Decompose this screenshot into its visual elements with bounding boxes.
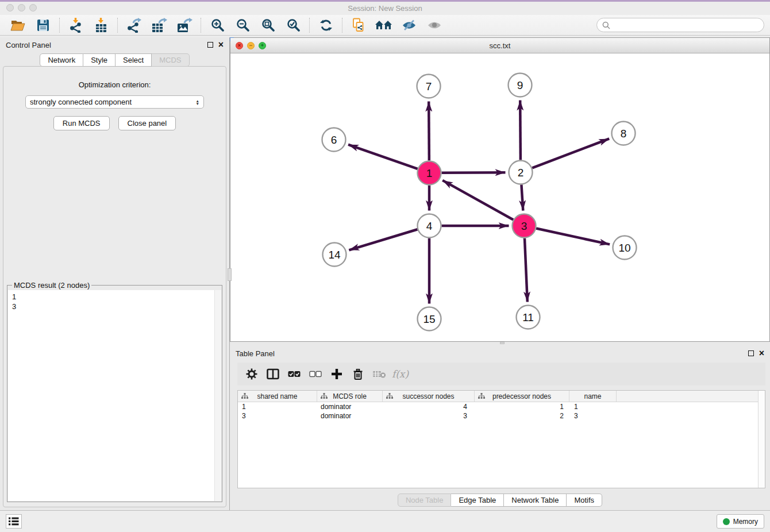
close-table-panel-icon[interactable]: × [759, 350, 764, 357]
show-hidden-button[interactable] [422, 16, 446, 34]
zoom-fit-button[interactable] [256, 16, 280, 34]
unselect-all-columns-button[interactable] [306, 365, 325, 383]
table-cell[interactable]: 1 [238, 403, 317, 411]
search-field[interactable] [596, 18, 764, 32]
run-mcds-button[interactable]: Run MCDS [53, 116, 110, 130]
maximize-window-button[interactable] [29, 4, 37, 11]
search-input[interactable] [613, 21, 759, 29]
table-cell[interactable]: 3 [569, 412, 617, 420]
edge-3-1[interactable] [442, 180, 513, 220]
edge-1-7[interactable] [429, 101, 429, 160]
network-maximize-button[interactable]: + [259, 42, 266, 49]
minimize-window-button[interactable] [18, 4, 25, 11]
node-14[interactable]: 14 [323, 243, 346, 267]
node-8[interactable]: 8 [612, 122, 636, 145]
tab-style[interactable]: Style [83, 53, 116, 67]
node-2[interactable]: 2 [509, 161, 533, 184]
edge-1-2[interactable] [441, 172, 505, 173]
network-close-button[interactable]: × [236, 42, 243, 49]
close-window-button[interactable] [6, 4, 14, 11]
table-row[interactable]: 3dominator323 [238, 411, 765, 421]
network-canvas[interactable]: 7968124314101511 [230, 53, 769, 341]
node-15[interactable]: 15 [418, 307, 441, 331]
node-3[interactable]: 3 [513, 214, 536, 238]
table-row[interactable]: 1dominator411 [238, 402, 765, 411]
float-table-panel-icon[interactable] [748, 350, 754, 356]
table-cell[interactable]: 2 [475, 412, 569, 420]
panel-splitter-grip[interactable] [228, 268, 232, 281]
network-window-titlebar[interactable]: × − + scc.txt [230, 38, 769, 53]
edge-4-14[interactable] [349, 229, 417, 250]
create-column-button[interactable] [327, 365, 346, 383]
zoom-selected-button[interactable] [281, 16, 305, 34]
tab-network-table[interactable]: Network Table [504, 494, 567, 507]
table-cell[interactable]: 3 [238, 412, 317, 420]
node-6[interactable]: 6 [322, 128, 346, 152]
node-7[interactable]: 7 [417, 75, 441, 98]
open-file-button[interactable] [6, 16, 30, 34]
split-columns-button[interactable] [263, 365, 282, 383]
horizontal-splitter[interactable] [230, 342, 770, 344]
refresh-view-button[interactable] [314, 16, 338, 34]
delete-table-button-disabled[interactable] [369, 365, 388, 383]
column-header-mcds-role[interactable]: MCDS role [317, 391, 383, 402]
node-label: 14 [328, 249, 341, 261]
edge-2-9[interactable] [520, 100, 521, 160]
memory-label: Memory [733, 518, 758, 526]
table-cell[interactable]: 1 [569, 403, 617, 411]
import-network-button[interactable] [64, 16, 88, 34]
column-header-successor-nodes[interactable]: successor nodes [383, 391, 475, 402]
import-network-icon [69, 18, 83, 33]
edge-1-6[interactable] [348, 145, 418, 169]
task-history-button[interactable] [6, 514, 22, 529]
edge-2-8[interactable] [532, 138, 609, 168]
select-all-columns-button[interactable] [284, 365, 303, 383]
node-11[interactable]: 11 [517, 306, 540, 329]
column-header-shared-name[interactable]: shared name [238, 391, 317, 402]
tab-motifs[interactable]: Motifs [567, 494, 602, 507]
table-cell[interactable]: dominator [317, 412, 383, 420]
first-neighbors-button[interactable] [372, 16, 396, 34]
network-graph[interactable]: 7968124314101511 [230, 53, 769, 341]
node-1[interactable]: 1 [418, 161, 441, 185]
tab-mcds[interactable]: MCDS [152, 53, 189, 67]
clone-network-icon [352, 18, 365, 33]
save-session-button[interactable] [31, 16, 55, 34]
column-header-name[interactable]: name [569, 391, 617, 402]
edge-3-11[interactable] [525, 238, 528, 302]
import-table-button[interactable] [89, 16, 113, 34]
mcds-result-text[interactable]: 1 3 [8, 290, 214, 501]
tab-node-table[interactable]: Node Table [398, 494, 452, 507]
zoom-in-button[interactable] [205, 16, 229, 34]
table-cell[interactable]: 1 [475, 403, 569, 411]
network-minimize-button[interactable]: − [247, 42, 255, 49]
export-network-button[interactable] [122, 16, 146, 34]
table-cell[interactable]: 4 [383, 403, 475, 411]
edge-3-10[interactable] [536, 229, 610, 245]
close-panel-icon[interactable]: × [218, 41, 224, 48]
criterion-dropdown[interactable]: strongly connected component ▲▼ [25, 95, 204, 109]
function-builder-button-disabled[interactable]: f(x) [391, 365, 410, 383]
memory-button[interactable]: Memory [717, 514, 764, 529]
export-image-button[interactable] [172, 16, 197, 34]
zoom-out-button[interactable] [230, 16, 255, 34]
float-panel-icon[interactable] [207, 42, 213, 48]
node-9[interactable]: 9 [509, 74, 532, 97]
tab-edge-table[interactable]: Edge Table [451, 494, 504, 507]
export-table-button[interactable] [147, 16, 171, 34]
result-scrollbar[interactable] [214, 290, 221, 501]
table-settings-button[interactable] [242, 365, 261, 383]
table-scrollbar[interactable] [758, 391, 765, 488]
tab-network[interactable]: Network [40, 53, 83, 67]
close-panel-button[interactable]: Close panel [118, 116, 176, 130]
table-cell[interactable]: 3 [383, 412, 475, 420]
node-10[interactable]: 10 [613, 236, 637, 260]
tab-select[interactable]: Select [116, 53, 152, 67]
edge-2-3[interactable] [521, 184, 523, 210]
clone-network-button[interactable] [346, 16, 371, 34]
node-4[interactable]: 4 [418, 214, 441, 238]
delete-column-button[interactable] [348, 365, 367, 383]
table-cell[interactable]: dominator [317, 403, 383, 411]
hide-selected-button[interactable] [397, 16, 421, 34]
column-header-predecessor-nodes[interactable]: predecessor nodes [475, 391, 569, 402]
